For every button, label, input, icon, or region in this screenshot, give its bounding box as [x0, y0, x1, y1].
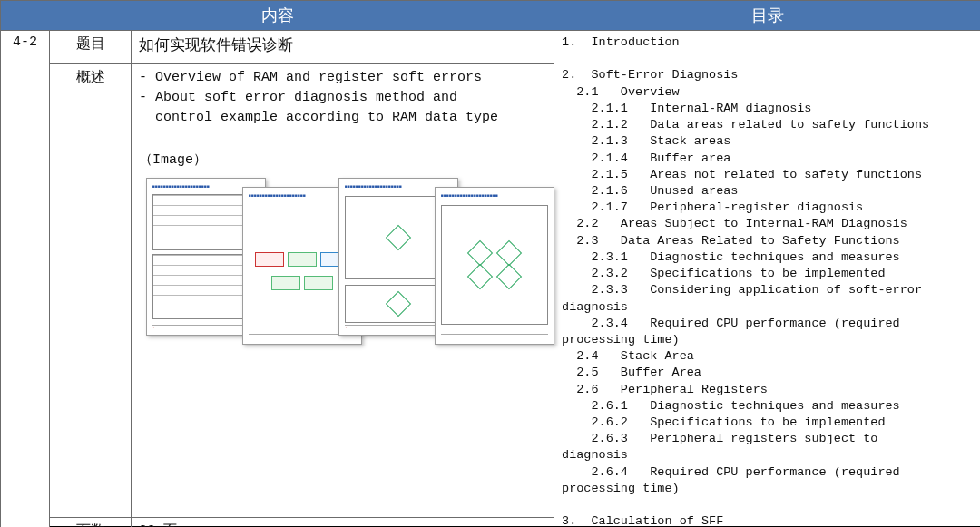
pages-value: 23 页	[132, 517, 554, 527]
summary-label: 概述	[50, 64, 132, 518]
title-label: 题目	[50, 31, 132, 64]
title-value: 如何实现软件错误诊断	[132, 31, 554, 64]
summary-cell: - Overview of RAM and register soft erro…	[132, 64, 554, 518]
section-id: 4-2	[1, 31, 50, 528]
header-toc: 目录	[554, 1, 980, 31]
thumbnail-page-4: ■■■■■■■■■■■■■■■■■■■■■ .	[435, 187, 554, 345]
image-thumbnails: ■■■■■■■■■■■■■■■■■■■■■ . ■■■■■■■■■■■■■■■■…	[146, 174, 546, 356]
summary-text: - Overview of RAM and register soft erro…	[139, 68, 546, 127]
document-page: 内容 目录 4-2 题目 如何实现软件错误诊断 1. Introduction …	[0, 0, 980, 527]
title-row: 4-2 题目 如何实现软件错误诊断 1. Introduction 2. Sof…	[1, 31, 981, 64]
pages-label: 页数	[50, 517, 132, 527]
image-label: （Image）	[139, 151, 546, 171]
header-content: 内容	[1, 1, 554, 31]
header-row: 内容 目录	[1, 1, 981, 31]
toc-cell: 1. Introduction 2. Soft-Error Diagnosis …	[554, 31, 980, 528]
content-table: 内容 目录 4-2 题目 如何实现软件错误诊断 1. Introduction …	[0, 0, 980, 527]
toc-text: 1. Introduction 2. Soft-Error Diagnosis …	[562, 34, 973, 527]
